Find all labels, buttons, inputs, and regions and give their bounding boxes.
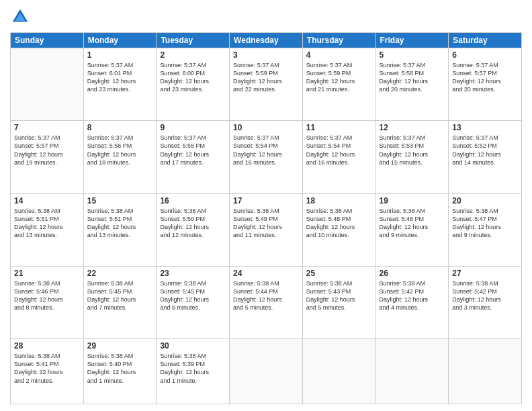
day-info: Sunrise: 5:37 AM Sunset: 5:53 PM Dayligh… [380, 134, 445, 167]
calendar-cell: 7Sunrise: 5:37 AM Sunset: 5:57 PM Daylig… [11, 121, 84, 193]
calendar-cell: 6Sunrise: 5:37 AM Sunset: 5:57 PM Daylig… [449, 48, 522, 121]
logo [10, 7, 33, 27]
day-number: 1 [87, 50, 153, 60]
day-info: Sunrise: 5:38 AM Sunset: 5:42 PM Dayligh… [452, 279, 518, 312]
calendar-cell: 17Sunrise: 5:38 AM Sunset: 5:49 PM Dayli… [230, 193, 303, 266]
calendar-cell [230, 339, 303, 404]
calendar-cell [449, 339, 522, 404]
calendar-cell [302, 339, 375, 404]
calendar-cell: 21Sunrise: 5:38 AM Sunset: 5:46 PM Dayli… [11, 266, 84, 338]
day-number: 18 [306, 196, 372, 205]
calendar-cell: 20Sunrise: 5:38 AM Sunset: 5:47 PM Dayli… [449, 193, 522, 266]
day-info: Sunrise: 5:38 AM Sunset: 5:41 PM Dayligh… [14, 352, 80, 385]
calendar-row: 21Sunrise: 5:38 AM Sunset: 5:46 PM Dayli… [11, 266, 522, 338]
day-number: 22 [87, 269, 153, 278]
day-number: 26 [380, 269, 445, 278]
day-info: Sunrise: 5:38 AM Sunset: 5:46 PM Dayligh… [14, 279, 80, 312]
day-number: 9 [160, 123, 226, 132]
calendar-cell: 11Sunrise: 5:37 AM Sunset: 5:54 PM Dayli… [302, 121, 375, 193]
day-number: 27 [452, 269, 518, 278]
day-info: Sunrise: 5:38 AM Sunset: 5:49 PM Dayligh… [233, 207, 299, 240]
calendar-cell: 27Sunrise: 5:38 AM Sunset: 5:42 PM Dayli… [449, 266, 522, 338]
calendar-cell: 12Sunrise: 5:37 AM Sunset: 5:53 PM Dayli… [375, 121, 449, 193]
day-info: Sunrise: 5:37 AM Sunset: 5:57 PM Dayligh… [452, 61, 518, 94]
weekday-header: Wednesday [230, 33, 303, 48]
day-number: 6 [452, 50, 518, 60]
calendar-cell [11, 48, 84, 121]
day-number: 11 [306, 123, 372, 132]
day-number: 14 [14, 196, 80, 205]
calendar-cell: 28Sunrise: 5:38 AM Sunset: 5:41 PM Dayli… [11, 339, 84, 404]
day-number: 12 [380, 123, 445, 132]
day-info: Sunrise: 5:38 AM Sunset: 5:47 PM Dayligh… [452, 207, 518, 240]
day-info: Sunrise: 5:38 AM Sunset: 5:45 PM Dayligh… [87, 279, 153, 312]
day-info: Sunrise: 5:38 AM Sunset: 5:51 PM Dayligh… [14, 207, 80, 240]
weekday-header: Friday [375, 33, 449, 48]
day-info: Sunrise: 5:38 AM Sunset: 5:48 PM Dayligh… [380, 207, 445, 240]
calendar-row: 28Sunrise: 5:38 AM Sunset: 5:41 PM Dayli… [11, 339, 522, 404]
day-number: 5 [380, 50, 445, 60]
day-number: 17 [233, 196, 299, 205]
calendar-row: 7Sunrise: 5:37 AM Sunset: 5:57 PM Daylig… [11, 121, 522, 193]
day-number: 16 [160, 196, 226, 205]
day-info: Sunrise: 5:37 AM Sunset: 6:00 PM Dayligh… [160, 61, 226, 94]
calendar-cell: 26Sunrise: 5:38 AM Sunset: 5:42 PM Dayli… [375, 266, 449, 338]
day-number: 8 [87, 123, 153, 132]
day-number: 24 [233, 269, 299, 278]
weekday-header: Thursday [302, 33, 375, 48]
calendar-cell: 29Sunrise: 5:38 AM Sunset: 5:40 PM Dayli… [83, 339, 157, 404]
day-info: Sunrise: 5:38 AM Sunset: 5:51 PM Dayligh… [87, 207, 153, 240]
day-info: Sunrise: 5:38 AM Sunset: 5:48 PM Dayligh… [306, 207, 372, 240]
calendar-cell: 30Sunrise: 5:38 AM Sunset: 5:39 PM Dayli… [157, 339, 230, 404]
calendar-cell: 3Sunrise: 5:37 AM Sunset: 5:59 PM Daylig… [230, 48, 303, 121]
weekday-header: Sunday [11, 33, 84, 48]
calendar-cell: 1Sunrise: 5:37 AM Sunset: 6:01 PM Daylig… [83, 48, 157, 121]
logo-icon [10, 7, 30, 27]
day-info: Sunrise: 5:37 AM Sunset: 5:54 PM Dayligh… [306, 134, 372, 167]
weekday-header: Tuesday [157, 33, 230, 48]
day-info: Sunrise: 5:37 AM Sunset: 5:59 PM Dayligh… [306, 61, 372, 94]
day-number: 20 [452, 196, 518, 205]
day-info: Sunrise: 5:37 AM Sunset: 5:58 PM Dayligh… [380, 61, 445, 94]
day-info: Sunrise: 5:37 AM Sunset: 5:52 PM Dayligh… [452, 134, 518, 167]
calendar-cell: 15Sunrise: 5:38 AM Sunset: 5:51 PM Dayli… [83, 193, 157, 266]
calendar-cell: 16Sunrise: 5:38 AM Sunset: 5:50 PM Dayli… [157, 193, 230, 266]
day-number: 13 [452, 123, 518, 132]
calendar-cell: 18Sunrise: 5:38 AM Sunset: 5:48 PM Dayli… [302, 193, 375, 266]
calendar-cell: 2Sunrise: 5:37 AM Sunset: 6:00 PM Daylig… [157, 48, 230, 121]
day-info: Sunrise: 5:38 AM Sunset: 5:40 PM Dayligh… [87, 352, 153, 385]
day-info: Sunrise: 5:38 AM Sunset: 5:45 PM Dayligh… [160, 279, 226, 312]
calendar-cell: 4Sunrise: 5:37 AM Sunset: 5:59 PM Daylig… [302, 48, 375, 121]
calendar-cell: 25Sunrise: 5:38 AM Sunset: 5:43 PM Dayli… [302, 266, 375, 338]
calendar-row: 1Sunrise: 5:37 AM Sunset: 6:01 PM Daylig… [11, 48, 522, 121]
day-info: Sunrise: 5:38 AM Sunset: 5:50 PM Dayligh… [160, 207, 226, 240]
day-info: Sunrise: 5:38 AM Sunset: 5:39 PM Dayligh… [160, 352, 226, 385]
page: SundayMondayTuesdayWednesdayThursdayFrid… [0, 0, 532, 411]
day-info: Sunrise: 5:38 AM Sunset: 5:44 PM Dayligh… [233, 279, 299, 312]
day-number: 10 [233, 123, 299, 132]
calendar-cell: 23Sunrise: 5:38 AM Sunset: 5:45 PM Dayli… [157, 266, 230, 338]
calendar-cell: 22Sunrise: 5:38 AM Sunset: 5:45 PM Dayli… [83, 266, 157, 338]
day-info: Sunrise: 5:37 AM Sunset: 5:54 PM Dayligh… [233, 134, 299, 167]
calendar-cell: 19Sunrise: 5:38 AM Sunset: 5:48 PM Dayli… [375, 193, 449, 266]
calendar-cell: 9Sunrise: 5:37 AM Sunset: 5:55 PM Daylig… [157, 121, 230, 193]
header [10, 7, 522, 27]
day-number: 15 [87, 196, 153, 205]
day-info: Sunrise: 5:38 AM Sunset: 5:43 PM Dayligh… [306, 279, 372, 312]
day-info: Sunrise: 5:37 AM Sunset: 5:56 PM Dayligh… [87, 134, 153, 167]
calendar-cell [375, 339, 449, 404]
calendar-cell: 10Sunrise: 5:37 AM Sunset: 5:54 PM Dayli… [230, 121, 303, 193]
day-number: 28 [14, 341, 80, 351]
day-number: 25 [306, 269, 372, 278]
weekday-header: Monday [83, 33, 157, 48]
calendar-cell: 8Sunrise: 5:37 AM Sunset: 5:56 PM Daylig… [83, 121, 157, 193]
day-number: 7 [14, 123, 80, 132]
day-info: Sunrise: 5:38 AM Sunset: 5:42 PM Dayligh… [380, 279, 445, 312]
day-number: 29 [87, 341, 153, 351]
day-number: 30 [160, 341, 226, 351]
day-info: Sunrise: 5:37 AM Sunset: 5:55 PM Dayligh… [160, 134, 226, 167]
calendar-table: SundayMondayTuesdayWednesdayThursdayFrid… [10, 32, 522, 404]
day-info: Sunrise: 5:37 AM Sunset: 5:57 PM Dayligh… [14, 134, 80, 167]
calendar-header-row: SundayMondayTuesdayWednesdayThursdayFrid… [11, 33, 522, 48]
calendar-cell: 13Sunrise: 5:37 AM Sunset: 5:52 PM Dayli… [449, 121, 522, 193]
